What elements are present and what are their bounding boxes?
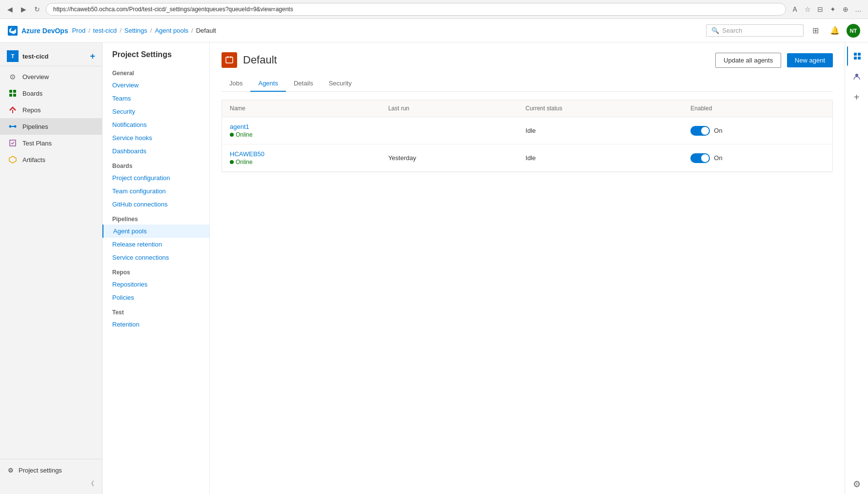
sidebar-item-overview[interactable]: ⊙ Overview — [0, 68, 102, 85]
extensions-icon[interactable]: … — [853, 4, 863, 14]
settings-item-repositories[interactable]: Repositories — [102, 278, 209, 291]
agent-status: Online — [230, 131, 373, 138]
breadcrumb-prod[interactable]: Prod — [72, 27, 85, 34]
address-bar[interactable]: https://hcaweb50.ochca.com/Prod/test-cic… — [46, 3, 786, 16]
breadcrumb: Prod / test-cicd / Settings / Agent pool… — [72, 27, 702, 34]
back-button[interactable]: ◀ — [5, 4, 15, 14]
left-nav: T test-cicd + ⊙ Overview Boards Repos — [0, 42, 102, 494]
pipelines-icon — [8, 122, 18, 131]
svg-rect-6 — [12, 110, 13, 113]
breadcrumb-settings[interactable]: Settings — [124, 27, 147, 34]
settings-item-policies[interactable]: Policies — [102, 291, 209, 304]
settings-item-release-retention[interactable]: Release retention — [102, 238, 209, 251]
collapse-icon[interactable]: 《 — [88, 479, 94, 488]
favorites-icon[interactable]: ✦ — [828, 4, 838, 14]
tab-jobs[interactable]: Jobs — [222, 76, 250, 92]
settings-section-repos: Repos — [102, 264, 209, 278]
agent-name[interactable]: agent1 — [230, 123, 373, 130]
top-nav: Azure DevOps Prod / test-cicd / Settings… — [0, 19, 868, 42]
svg-rect-2 — [9, 90, 12, 93]
azure-devops-logo[interactable]: Azure DevOps — [8, 26, 68, 36]
settings-item-dashboards[interactable]: Dashboards — [102, 144, 209, 158]
sidebar-item-test-plans[interactable]: Test Plans — [0, 135, 102, 151]
svg-rect-12 — [230, 56, 231, 58]
forward-button[interactable]: ▶ — [19, 4, 28, 14]
svg-rect-5 — [13, 94, 16, 97]
sidebar-item-pipelines[interactable]: Pipelines — [0, 118, 102, 135]
agent-last-run: Yesterday — [381, 144, 518, 172]
svg-rect-11 — [227, 56, 228, 58]
settings-item-retention[interactable]: Retention — [102, 318, 209, 331]
overview-icon: ⊙ — [8, 72, 18, 82]
settings-item-teams[interactable]: Teams — [102, 92, 209, 105]
settings-section-general: General — [102, 65, 209, 79]
agent-name-cell: agent1 Online — [222, 117, 381, 144]
update-agents-button[interactable]: Update all agents — [715, 53, 781, 68]
refresh-button[interactable]: ↻ — [32, 4, 42, 14]
add-rail-icon[interactable]: + — [847, 87, 867, 107]
notifications-button[interactable]: 🔔 — [827, 23, 843, 39]
teams-icon[interactable] — [847, 67, 867, 86]
star-icon[interactable]: ☆ — [803, 4, 812, 14]
tab-details[interactable]: Details — [286, 76, 321, 92]
agent-info: agent1 Online — [230, 123, 373, 138]
sidebar-item-boards[interactable]: Boards — [0, 85, 102, 102]
boards-icon — [8, 88, 18, 98]
repos-icon — [8, 105, 18, 115]
settings-item-overview[interactable]: Overview — [102, 79, 209, 92]
project-settings-button[interactable]: ⚙ Project settings — [0, 463, 102, 477]
settings-item-project-config[interactable]: Project configuration — [102, 171, 209, 185]
new-agent-button[interactable]: New agent — [787, 53, 833, 67]
logo-text: Azure DevOps — [21, 27, 68, 35]
profile-icon[interactable]: Ꭺ — [790, 4, 800, 14]
settings-rail-icon[interactable]: ⚙ — [847, 474, 867, 494]
svg-point-17 — [855, 74, 858, 77]
collections-icon[interactable]: ⊕ — [841, 4, 850, 14]
settings-item-github[interactable]: GitHub connections — [102, 198, 209, 211]
split-icon[interactable]: ⊟ — [815, 4, 825, 14]
tab-agents[interactable]: Agents — [250, 76, 285, 92]
search-placeholder: Search — [722, 27, 742, 34]
agent-enabled-toggle[interactable] — [690, 153, 710, 163]
agent-enabled-cell: On — [683, 117, 832, 144]
col-last-run: Last run — [381, 100, 518, 117]
settings-item-team-config[interactable]: Team configuration — [102, 185, 209, 198]
settings-item-security[interactable]: Security — [102, 105, 209, 118]
agent-enabled-toggle[interactable] — [690, 126, 710, 136]
breadcrumb-project[interactable]: test-cicd — [93, 27, 117, 34]
avatar[interactable]: NT — [847, 24, 860, 38]
breadcrumb-default: Default — [196, 27, 216, 34]
svg-rect-4 — [9, 94, 12, 97]
sidebar-item-label: Artifacts — [22, 156, 45, 164]
project-name: test-cicd — [22, 53, 48, 60]
sidebar-item-repos[interactable]: Repos — [0, 102, 102, 118]
gear-icon: ⚙ — [8, 467, 14, 474]
status-label: Online — [236, 159, 253, 165]
settings-item-notifications[interactable]: Notifications — [102, 118, 209, 131]
settings-item-agent-pools[interactable]: Agent pools — [102, 225, 209, 238]
tab-security[interactable]: Security — [321, 76, 360, 92]
search-box[interactable]: 🔍 Search — [706, 24, 804, 37]
settings-title: Project Settings — [102, 50, 209, 65]
agents-table: Name Last run Current status Enabled age… — [222, 100, 832, 172]
agent-name[interactable]: HCAWEB50 — [230, 150, 373, 158]
svg-point-7 — [9, 125, 12, 128]
project-settings-label: Project settings — [19, 467, 62, 474]
svg-rect-3 — [13, 90, 16, 93]
settings-item-service-hooks[interactable]: Service hooks — [102, 131, 209, 144]
project-header: T test-cicd + — [0, 46, 102, 66]
sidebar-item-label: Repos — [22, 106, 41, 114]
toggle-label: On — [714, 154, 722, 162]
project-icon: T — [7, 50, 19, 62]
breadcrumb-agent-pools[interactable]: Agent pools — [155, 27, 188, 34]
add-project-icon[interactable]: + — [90, 51, 95, 62]
sidebar-item-artifacts[interactable]: Artifacts — [0, 151, 102, 168]
settings-item-service-connections[interactable]: Service connections — [102, 251, 209, 264]
browser-actions: Ꭺ ☆ ⊟ ✦ ⊕ … — [790, 4, 863, 14]
grid-view-button[interactable]: ⊞ — [807, 23, 823, 39]
settings-sidebar: Project Settings General Overview Teams … — [102, 42, 210, 494]
office-apps-icon[interactable] — [847, 46, 867, 66]
page-title: Default — [243, 54, 277, 66]
sidebar-item-label: Test Plans — [22, 140, 52, 147]
svg-point-8 — [14, 125, 17, 128]
